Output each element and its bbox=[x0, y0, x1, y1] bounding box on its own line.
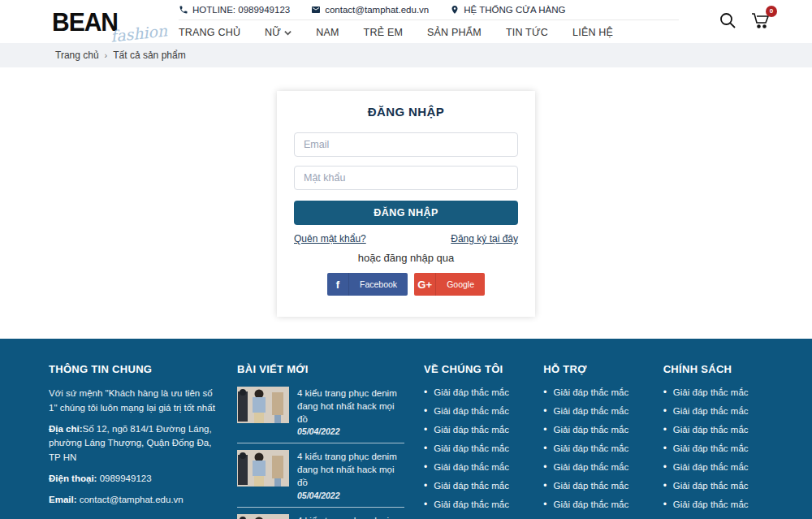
article-text: 4 kiểu trang phục denim đang hot nhất ha… bbox=[297, 450, 404, 500]
footer-link[interactable]: Giải đáp thắc mắc bbox=[663, 387, 763, 398]
article-text: 4 kiểu trang phục denim đang hot nhất ha… bbox=[297, 387, 404, 436]
header-icons: 0 bbox=[702, 11, 812, 33]
nav-item-contact[interactable]: LIÊN HỆ bbox=[572, 27, 613, 38]
article-text: 4 kiểu trang phục denim đang hot nhất ha… bbox=[297, 514, 404, 519]
footer-link[interactable]: Giải đáp thắc mắc bbox=[543, 480, 643, 491]
footer-link[interactable]: Giải đáp thắc mắc bbox=[663, 443, 763, 454]
nav-item-home[interactable]: TRANG CHỦ bbox=[179, 27, 240, 38]
site-footer: THÔNG TIN CHUNG Với sứ mệnh "Khách hàng … bbox=[0, 339, 812, 519]
footer-email: Email: contact@tamphat.edu.vn bbox=[49, 493, 218, 508]
facebook-login-button[interactable]: f Facebook bbox=[327, 273, 408, 296]
nav-item-men[interactable]: NAM bbox=[316, 27, 339, 38]
google-label: Google bbox=[436, 279, 485, 289]
article-date: 05/04/2022 bbox=[297, 491, 404, 500]
support-links: Giải đáp thắc mắcGiải đáp thắc mắcGiải đ… bbox=[543, 387, 643, 510]
footer-columns: THÔNG TIN CHUNG Với sứ mệnh "Khách hàng … bbox=[0, 339, 812, 519]
social-login-row: f Facebook G+ Google bbox=[294, 273, 518, 296]
footer-about-title: THÔNG TIN CHUNG bbox=[49, 363, 218, 375]
articles-list: 4 kiểu trang phục denim đang hot nhất ha… bbox=[237, 387, 404, 519]
footer-link[interactable]: Giải đáp thắc mắc bbox=[663, 461, 763, 473]
breadcrumb-home-link[interactable]: Trang chủ bbox=[55, 50, 99, 61]
footer-link[interactable]: Giải đáp thắc mắc bbox=[543, 405, 643, 417]
footer-mission: Với sứ mệnh "Khách hàng là ưu tiên số 1"… bbox=[49, 387, 218, 416]
footer-link[interactable]: Giải đáp thắc mắc bbox=[543, 387, 643, 398]
footer-link[interactable]: Giải đáp thắc mắc bbox=[543, 461, 643, 473]
footer-about-us-column: VỀ CHÚNG TÔI Giải đáp thắc mắcGiải đáp t… bbox=[424, 363, 524, 519]
footer-link[interactable]: Giải đáp thắc mắc bbox=[543, 424, 643, 435]
login-links-row: Quên mật khẩu? Đăng ký tại đây bbox=[294, 233, 518, 244]
search-icon bbox=[718, 11, 737, 30]
footer-phone: Điện thoại: 0989949123 bbox=[49, 472, 218, 487]
register-link[interactable]: Đăng ký tại đây bbox=[451, 233, 518, 244]
contact-email-text: contact@tamphat.edu.vn bbox=[325, 5, 429, 15]
footer-link[interactable]: Giải đáp thắc mắc bbox=[663, 499, 763, 510]
article-thumbnail bbox=[237, 387, 289, 423]
footer-article-item[interactable]: 4 kiểu trang phục denim đang hot nhất ha… bbox=[237, 387, 404, 443]
footer-about-us-title: VỀ CHÚNG TÔI bbox=[424, 363, 524, 375]
footer-articles-column: BÀI VIẾT MỚI bbox=[237, 363, 404, 519]
footer-link[interactable]: Giải đáp thắc mắc bbox=[424, 443, 524, 454]
header-center: HOTLINE: 0989949123 contact@tamphat.edu.… bbox=[179, 1, 679, 42]
chevron-down-icon bbox=[284, 29, 292, 37]
email-field[interactable] bbox=[294, 132, 518, 157]
address-label: Địa chỉ: bbox=[49, 424, 83, 434]
footer-support-column: HỖ TRỢ Giải đáp thắc mắcGiải đáp thắc mắ… bbox=[543, 363, 643, 519]
breadcrumb-separator: › bbox=[105, 50, 108, 60]
footer-link[interactable]: Giải đáp thắc mắc bbox=[663, 405, 763, 417]
footer-article-item[interactable]: 4 kiểu trang phục denim đang hot nhất ha… bbox=[237, 450, 404, 507]
breadcrumb: Trang chủ › Tất cả sản phẩm bbox=[0, 43, 812, 67]
footer-link[interactable]: Giải đáp thắc mắc bbox=[424, 387, 524, 398]
about-us-links: Giải đáp thắc mắcGiải đáp thắc mắcGiải đ… bbox=[424, 387, 524, 510]
phone-label: Điện thoại: bbox=[49, 474, 97, 483]
footer-link[interactable]: Giải đáp thắc mắc bbox=[424, 499, 524, 510]
article-title: 4 kiểu trang phục denim đang hot nhất ha… bbox=[297, 387, 404, 426]
cart-button[interactable]: 0 bbox=[750, 11, 771, 33]
main-content: ĐĂNG NHẬP ĐĂNG NHẬP Quên mật khẩu? Đăng … bbox=[0, 91, 812, 339]
article-title: 4 kiểu trang phục denim đang hot nhất ha… bbox=[297, 514, 404, 519]
login-title: ĐĂNG NHẬP bbox=[294, 105, 518, 119]
login-submit-button[interactable]: ĐĂNG NHẬP bbox=[294, 201, 518, 225]
contact-email[interactable]: contact@tamphat.edu.vn bbox=[311, 5, 429, 15]
envelope-icon bbox=[311, 5, 321, 15]
main-nav: TRANG CHỦ NỮ NAM TRẺ EM SẢN PHẨM TIN TỨC… bbox=[179, 20, 679, 42]
footer-about-column: THÔNG TIN CHUNG Với sứ mệnh "Khách hàng … bbox=[49, 363, 218, 519]
hotline[interactable]: HOTLINE: 0989949123 bbox=[179, 5, 290, 15]
facebook-icon: f bbox=[327, 273, 349, 296]
footer-link[interactable]: Giải đáp thắc mắc bbox=[543, 499, 643, 510]
store-system-link[interactable]: HỆ THỐNG CỬA HÀNG bbox=[450, 5, 565, 15]
login-or-text: hoặc đăng nhập qua bbox=[294, 252, 518, 264]
footer-article-item[interactable]: 4 kiểu trang phục denim đang hot nhất ha… bbox=[237, 514, 404, 519]
store-system-text: HỆ THỐNG CỬA HÀNG bbox=[464, 5, 565, 15]
article-thumbnail bbox=[237, 450, 289, 487]
site-logo[interactable]: BEAN fashion bbox=[52, 10, 156, 34]
footer-link[interactable]: Giải đáp thắc mắc bbox=[663, 480, 763, 491]
password-field[interactable] bbox=[294, 166, 518, 190]
footer-policy-column: CHÍNH SÁCH Giải đáp thắc mắcGiải đáp thắ… bbox=[663, 363, 763, 519]
location-pin-icon bbox=[450, 5, 460, 15]
cart-count-badge: 0 bbox=[766, 6, 777, 17]
footer-link[interactable]: Giải đáp thắc mắc bbox=[424, 424, 524, 435]
logo-script-text: fashion bbox=[110, 21, 168, 45]
footer-link[interactable]: Giải đáp thắc mắc bbox=[543, 443, 643, 454]
policy-links: Giải đáp thắc mắcGiải đáp thắc mắcGiải đ… bbox=[663, 387, 763, 510]
facebook-label: Facebook bbox=[349, 279, 408, 289]
article-thumbnail bbox=[237, 514, 289, 519]
breadcrumb-current: Tất cả sản phẩm bbox=[113, 50, 185, 61]
nav-item-products[interactable]: SẢN PHẨM bbox=[427, 27, 482, 38]
logo-text: BEAN bbox=[52, 9, 118, 35]
footer-support-title: HỖ TRỢ bbox=[543, 363, 643, 375]
search-button[interactable] bbox=[718, 11, 737, 33]
email-label: Email: bbox=[49, 495, 77, 504]
nav-item-kids[interactable]: TRẺ EM bbox=[364, 27, 403, 38]
footer-link[interactable]: Giải đáp thắc mắc bbox=[424, 480, 524, 491]
google-login-button[interactable]: G+ Google bbox=[414, 273, 485, 296]
footer-link[interactable]: Giải đáp thắc mắc bbox=[424, 461, 524, 473]
footer-link[interactable]: Giải đáp thắc mắc bbox=[424, 405, 524, 417]
nav-item-news[interactable]: TIN TỨC bbox=[506, 27, 548, 38]
footer-address: Địa chỉ:Số 12, ngõ 814/1 Đường Láng, phư… bbox=[49, 422, 218, 465]
footer-articles-title: BÀI VIẾT MỚI bbox=[237, 363, 404, 375]
article-date: 05/04/2022 bbox=[297, 426, 404, 436]
forgot-password-link[interactable]: Quên mật khẩu? bbox=[294, 233, 366, 244]
footer-link[interactable]: Giải đáp thắc mắc bbox=[663, 424, 763, 435]
nav-item-women[interactable]: NỮ bbox=[265, 27, 292, 38]
